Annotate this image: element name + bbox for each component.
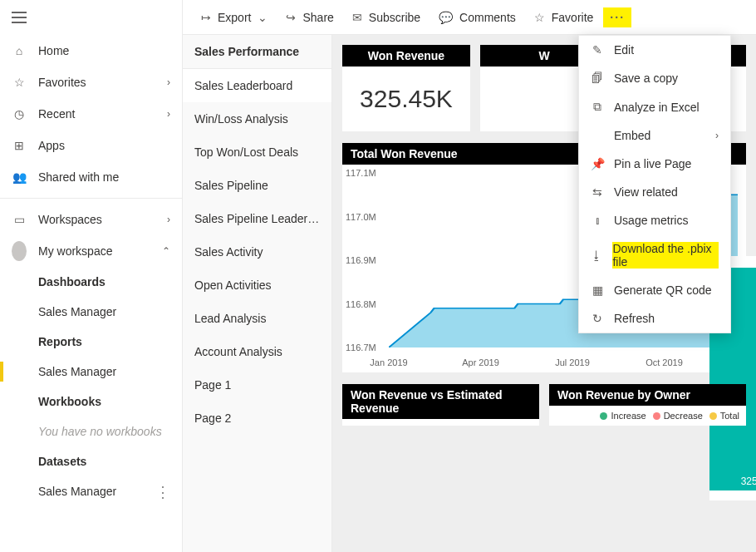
chevron-right-icon: › — [167, 108, 170, 120]
star-icon: ☆ — [534, 11, 545, 24]
datasets-header: Datasets — [0, 446, 182, 476]
shared-icon: 👥 — [12, 170, 27, 185]
menu-icon: ⭳ — [591, 249, 602, 262]
menu-icon: ↻ — [591, 312, 604, 325]
menu-icon: 📌 — [591, 157, 604, 170]
subscribe-button[interactable]: ✉Subscribe — [344, 6, 429, 29]
menu-item-refresh[interactable]: ↻Refresh — [579, 304, 730, 333]
pages-pane: Sales Performance Sales LeaderboardWin/L… — [183, 35, 332, 552]
menu-item-generate-qr-code[interactable]: ▦Generate QR code — [579, 276, 730, 304]
menu-toggle[interactable] — [0, 5, 182, 30]
workspaces-label: Workspaces — [38, 213, 155, 226]
bar-label: 325.45K — [709, 476, 756, 487]
toolbar: ↦Export⌄ ↪Share ✉Subscribe 💬Comments ☆Fa… — [183, 0, 756, 35]
export-button[interactable]: ↦Export⌄ — [193, 6, 276, 29]
chevron-down-icon: ⌄ — [258, 11, 268, 24]
more-actions-menu: ✎Edit🗐Save a copy⧉Analyze in ExcelEmbed›… — [578, 35, 731, 333]
y-axis-tick: 117.0M — [346, 212, 376, 222]
menu-item-analyze-in-excel[interactable]: ⧉Analyze in Excel — [579, 92, 730, 121]
card-title: Won Revenue — [342, 45, 470, 67]
y-axis-tick: 116.8M — [346, 299, 376, 309]
workbooks-header: Workbooks — [0, 387, 182, 416]
sidebar-item-favorites[interactable]: ☆Favorites› — [0, 67, 182, 98]
page-tab[interactable]: Sales Leaderboard — [183, 69, 331, 102]
page-tab[interactable]: Lead Analysis — [183, 302, 331, 335]
menu-item-view-related[interactable]: ⇆View related — [579, 178, 730, 206]
menu-icon: ⧉ — [591, 100, 604, 114]
workspaces-nav[interactable]: ▭ Workspaces › — [0, 204, 182, 235]
sidebar-item-reports-sales-manager[interactable]: Sales Manager — [0, 357, 182, 387]
sidebar-item-home[interactable]: ⌂Home — [0, 35, 182, 67]
clock-icon: ◷ — [12, 106, 27, 121]
y-axis-tick: 116.7M — [346, 343, 376, 352]
menu-icon: ✎ — [591, 43, 604, 57]
chevron-right-icon: › — [167, 214, 170, 225]
pages-header: Sales Performance — [183, 35, 331, 69]
x-axis-tick: Jan 2019 — [370, 357, 407, 367]
my-workspace-label: My workspace — [38, 244, 150, 258]
workspaces-icon: ▭ — [12, 212, 27, 227]
apps-icon: ⊞ — [12, 138, 27, 153]
sidebar: ⌂Home☆Favorites›◷Recent›⊞Apps👥Shared wit… — [0, 0, 183, 552]
page-tab[interactable]: Open Activities — [183, 269, 331, 302]
page-tab[interactable]: Page 1 — [183, 368, 331, 402]
page-tab[interactable]: Win/Loss Analysis — [183, 102, 331, 136]
chart-title: Won Revenue by Owner — [549, 384, 746, 406]
chart-title: Won Revenue vs Estimated Revenue — [342, 384, 539, 419]
page-tab[interactable]: Sales Pipeline — [183, 169, 331, 202]
legend: IncreaseDecreaseTotal — [549, 406, 746, 426]
sidebar-item-datasets-sales-manager[interactable]: Sales Manager ⋮ — [0, 476, 182, 508]
page-tab[interactable]: Sales Activity — [183, 235, 331, 269]
kpi-card[interactable]: Won Revenue325.45K — [342, 45, 470, 131]
comment-icon: 💬 — [439, 11, 453, 24]
x-axis-tick: Oct 2019 — [646, 357, 683, 367]
menu-icon: ▦ — [591, 283, 604, 297]
comments-button[interactable]: 💬Comments — [430, 6, 524, 29]
menu-item-pin-a-live-page[interactable]: 📌Pin a live Page — [579, 150, 730, 178]
sidebar-item-apps[interactable]: ⊞Apps — [0, 130, 182, 161]
share-icon: ↪ — [286, 11, 296, 24]
home-icon: ⌂ — [12, 43, 27, 58]
chart-block[interactable]: Won Revenue vs Estimated Revenue — [342, 384, 539, 426]
content: ↦Export⌄ ↪Share ✉Subscribe 💬Comments ☆Fa… — [183, 0, 756, 552]
card-value: 325.45K — [342, 67, 470, 131]
menu-item-save-a-copy[interactable]: 🗐Save a copy — [579, 64, 730, 92]
x-axis-tick: Jul 2019 — [555, 357, 590, 367]
dashboards-header: Dashboards — [0, 267, 182, 297]
chevron-up-icon: ⌃ — [162, 245, 170, 257]
y-axis-tick: 117.1M — [346, 168, 376, 178]
mail-icon: ✉ — [352, 11, 362, 24]
page-tab[interactable]: Page 2 — [183, 402, 331, 435]
favorite-button[interactable]: ☆Favorite — [526, 6, 602, 29]
menu-item-embed[interactable]: Embed› — [579, 121, 730, 150]
chart-block[interactable]: Won Revenue by OwnerIncreaseDecreaseTota… — [549, 384, 746, 426]
sidebar-item-shared-with-me[interactable]: 👥Shared with me — [0, 161, 182, 193]
ellipsis-icon[interactable]: ⋮ — [155, 485, 170, 500]
menu-icon: ⫾ — [591, 214, 604, 227]
menu-icon: ⇆ — [591, 185, 604, 199]
menu-icon: 🗐 — [591, 71, 604, 85]
chevron-right-icon: › — [167, 76, 170, 88]
more-actions-button[interactable]: ··· — [603, 7, 631, 27]
x-axis-tick: Apr 2019 — [462, 357, 499, 367]
page-tab[interactable]: Sales Pipeline Leaderbo… — [183, 202, 331, 235]
page-tab[interactable]: Top Won/Lost Deals — [183, 136, 331, 169]
export-icon: ↦ — [201, 11, 211, 24]
my-workspace-nav[interactable]: My workspace ⌃ — [0, 235, 182, 267]
menu-item-usage-metrics[interactable]: ⫾Usage metrics — [579, 206, 730, 234]
reports-header: Reports — [0, 327, 182, 357]
star-icon: ☆ — [12, 75, 27, 90]
share-button[interactable]: ↪Share — [277, 6, 341, 29]
y-axis-tick: 116.9M — [346, 255, 376, 265]
chevron-right-icon: › — [715, 130, 719, 141]
menu-item-edit[interactable]: ✎Edit — [579, 36, 730, 64]
sidebar-item-recent[interactable]: ◷Recent› — [0, 98, 182, 130]
page-tab[interactable]: Account Analysis — [183, 335, 331, 368]
sidebar-item-dashboards-sales-manager[interactable]: Sales Manager — [0, 297, 182, 327]
menu-item-download-the-pbix-file[interactable]: ⭳Download the .pbix file — [579, 234, 730, 276]
avatar — [12, 244, 27, 259]
workbooks-empty: You have no workbooks — [0, 416, 182, 446]
